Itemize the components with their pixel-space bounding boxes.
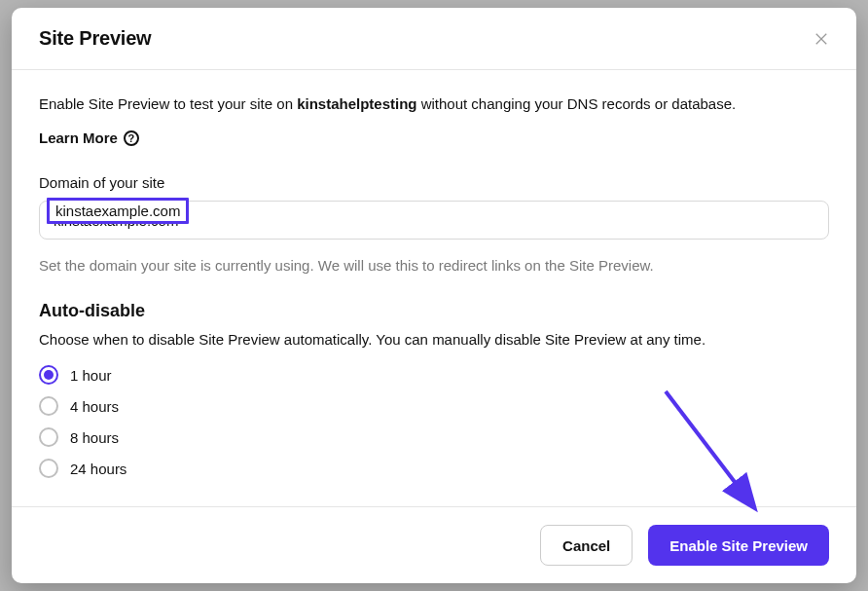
radio-label: 1 hour bbox=[70, 367, 112, 384]
modal-title: Site Preview bbox=[39, 27, 151, 50]
modal-footer: Cancel Enable Site Preview bbox=[12, 506, 856, 583]
radio-indicator bbox=[39, 365, 58, 385]
radio-indicator bbox=[39, 396, 58, 416]
domain-help-text: Set the domain your site is currently us… bbox=[39, 257, 829, 274]
modal-header: Site Preview bbox=[12, 8, 856, 70]
radio-label: 4 hours bbox=[70, 398, 119, 415]
site-preview-modal: Site Preview Enable Site Preview to test… bbox=[12, 8, 856, 583]
help-icon: ? bbox=[124, 130, 139, 146]
radio-dot-icon bbox=[44, 370, 54, 380]
intro-text: Enable Site Preview to test your site on… bbox=[39, 93, 829, 114]
radio-indicator bbox=[39, 459, 58, 478]
intro-prefix: Enable Site Preview to test your site on bbox=[39, 95, 297, 112]
radio-4-hours[interactable]: 4 hours bbox=[39, 396, 829, 416]
radio-1-hour[interactable]: 1 hour bbox=[39, 365, 829, 385]
auto-disable-radio-group: 1 hour 4 hours 8 hours 24 hours bbox=[39, 365, 829, 478]
enable-site-preview-button[interactable]: Enable Site Preview bbox=[648, 525, 829, 566]
radio-8-hours[interactable]: 8 hours bbox=[39, 427, 829, 447]
auto-disable-sub: Choose when to disable Site Preview auto… bbox=[39, 331, 829, 348]
auto-disable-heading: Auto-disable bbox=[39, 301, 829, 321]
cancel-button[interactable]: Cancel bbox=[540, 525, 633, 566]
learn-more-label: Learn More bbox=[39, 129, 118, 146]
modal-body: Enable Site Preview to test your site on… bbox=[12, 70, 856, 506]
intro-suffix: without changing your DNS records or dat… bbox=[417, 95, 737, 112]
radio-label: 24 hours bbox=[70, 461, 127, 477]
radio-label: 8 hours bbox=[70, 429, 119, 446]
radio-24-hours[interactable]: 24 hours bbox=[39, 459, 829, 478]
radio-indicator bbox=[39, 427, 58, 447]
domain-input[interactable] bbox=[39, 201, 829, 240]
domain-input-wrap: kinstaexample.com bbox=[39, 191, 829, 240]
close-icon[interactable] bbox=[814, 31, 829, 47]
domain-field-label: Domain of your site bbox=[39, 174, 829, 191]
intro-site-name: kinstahelptesting bbox=[297, 95, 416, 112]
learn-more-link[interactable]: Learn More ? bbox=[39, 129, 139, 146]
